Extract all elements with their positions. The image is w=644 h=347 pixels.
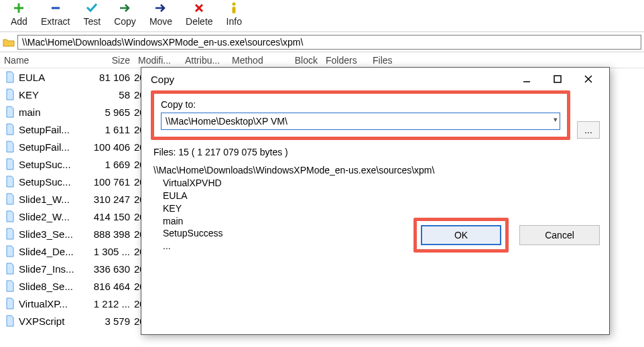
file-icon [4, 70, 16, 84]
file-size: 888 398 [80, 228, 134, 240]
file-name: Slide1_W... [19, 194, 80, 205]
file-name: VirtualXP... [19, 298, 80, 309]
file-name: SetupFail... [19, 124, 80, 135]
file-name: VXPScript [19, 316, 80, 327]
file-icon [4, 245, 16, 258]
file-size: 310 247 [80, 194, 134, 205]
source-item: KEY [153, 202, 597, 215]
test-button[interactable]: Test [77, 0, 108, 27]
delete-button[interactable]: Delete [179, 0, 219, 27]
minus-icon [50, 1, 61, 15]
add-button[interactable]: Add [4, 0, 34, 27]
file-name: Slide2_W... [19, 211, 80, 222]
file-icon [4, 227, 16, 240]
info-icon [230, 1, 238, 15]
column-attributes[interactable]: Attribu... [181, 55, 228, 66]
file-name: Slide8_Se... [19, 281, 80, 292]
svg-point-0 [233, 3, 236, 6]
file-name: KEY [19, 89, 80, 100]
file-icon [4, 297, 16, 310]
check-icon [86, 1, 98, 15]
file-name: SetupFail... [19, 141, 80, 153]
info-button[interactable]: Info [220, 0, 249, 27]
file-name: Slide7_Ins... [19, 263, 80, 275]
file-icon [4, 210, 16, 223]
info-label: Info [227, 16, 242, 27]
copy-to-highlight: Copy to: ▾ [151, 90, 570, 140]
file-icon [4, 88, 16, 101]
file-size: 3 579 [80, 316, 134, 327]
file-icon [4, 279, 16, 293]
copy-label: Copy [114, 16, 136, 27]
ok-button[interactable]: OK [421, 225, 501, 245]
file-icon [4, 140, 16, 153]
folder-icon [3, 37, 15, 48]
svg-rect-2 [554, 76, 561, 82]
ok-highlight: OK [413, 218, 509, 253]
column-size[interactable]: Size [80, 55, 134, 66]
file-size: 5 965 [80, 107, 134, 118]
column-files[interactable]: Files [369, 55, 415, 66]
test-label: Test [84, 16, 101, 27]
copy-to-combo[interactable]: ▾ [161, 113, 560, 130]
copy-to-input[interactable] [161, 113, 560, 130]
copy-to-label: Copy to: [161, 99, 560, 110]
file-size: 1 669 [80, 159, 134, 170]
file-size: 1 611 [80, 124, 134, 135]
column-modified[interactable]: Modifi... [134, 55, 181, 66]
file-icon [4, 192, 16, 206]
cancel-button[interactable]: Cancel [519, 225, 600, 245]
maximize-button[interactable] [542, 69, 573, 89]
dialog-button-bar: OK Cancel [413, 218, 600, 253]
file-name: SetupSuc... [19, 159, 80, 170]
file-icon [4, 123, 16, 136]
source-path: \\Mac\Home\Downloads\WindowsXPMode_en-us… [153, 164, 597, 177]
file-size: 816 464 [80, 281, 134, 292]
file-icon [4, 175, 16, 188]
move-button[interactable]: Move [143, 0, 179, 27]
file-icon [4, 105, 16, 119]
file-size: 1 212 ... [80, 298, 134, 309]
file-name: SetupSuc... [19, 176, 80, 188]
file-name: EULA [19, 72, 80, 83]
column-name[interactable]: Name [0, 55, 80, 66]
copy-dialog: Copy Copy to: ▾ ... Files: 15 ( 1 217 07… [141, 67, 610, 335]
column-header-row: Name Size Modifi... Attribu... Method Bl… [0, 52, 644, 68]
close-button[interactable] [573, 69, 604, 89]
file-name: Slide4_De... [19, 246, 80, 257]
arrow-right-solid-icon [155, 1, 167, 15]
file-size: 100 406 [80, 141, 134, 153]
file-icon [4, 314, 16, 328]
extract-label: Extract [41, 16, 70, 27]
address-input[interactable] [17, 35, 641, 50]
file-size: 100 761 [80, 176, 134, 188]
source-item: VirtualXPVHD [153, 177, 597, 190]
copy-button[interactable]: Copy [107, 0, 143, 27]
move-label: Move [149, 16, 172, 27]
file-name: Slide3_Se... [19, 228, 80, 240]
arrow-right-hollow-icon [119, 1, 131, 15]
file-size: 81 106 [80, 72, 134, 83]
dialog-titlebar: Copy [141, 68, 609, 90]
file-size: 58 [80, 89, 134, 100]
x-icon [194, 1, 204, 15]
file-name: main [19, 107, 80, 118]
plus-icon [13, 1, 24, 15]
file-size: 336 630 [80, 263, 134, 275]
svg-rect-1 [233, 7, 236, 13]
extract-button[interactable]: Extract [34, 0, 77, 27]
source-item: EULA [153, 190, 597, 202]
file-size: 414 150 [80, 211, 134, 222]
column-block[interactable]: Block [281, 55, 322, 66]
add-label: Add [11, 16, 27, 27]
dialog-title: Copy [151, 74, 511, 85]
file-icon [4, 262, 16, 275]
file-icon [4, 157, 16, 171]
column-method[interactable]: Method [228, 55, 281, 66]
column-folders[interactable]: Folders [322, 55, 369, 66]
file-size: 1 305 ... [80, 246, 134, 257]
delete-label: Delete [186, 16, 212, 27]
minimize-button[interactable] [511, 69, 542, 89]
toolbar: Add Extract Test Copy Move Delete Info [0, 0, 644, 32]
browse-button[interactable]: ... [577, 121, 600, 139]
